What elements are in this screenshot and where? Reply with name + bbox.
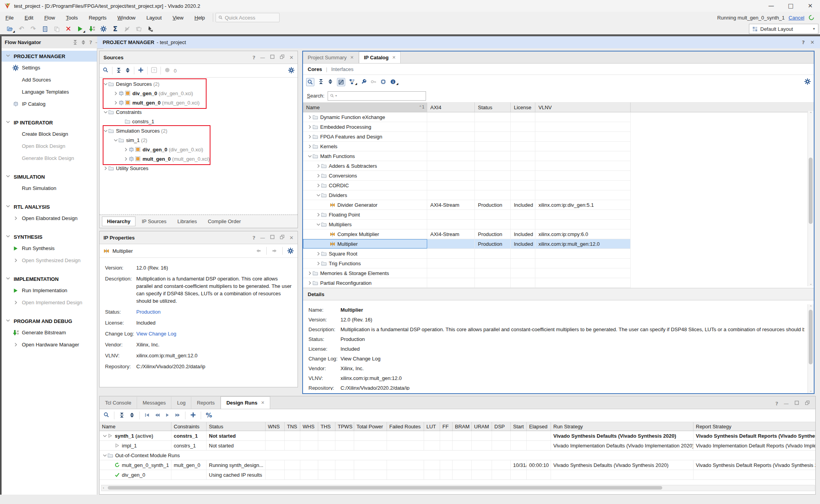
sidebar-item-create-block-design[interactable]: Create Block Design — [2, 128, 97, 140]
chevron-right-icon[interactable] — [316, 261, 321, 266]
max-panel-button[interactable] — [270, 234, 275, 241]
help-icon[interactable]: ? — [802, 40, 805, 45]
sidebar-item-run-implementation[interactable]: Run Implementation — [2, 284, 97, 296]
column-header-dsp[interactable]: DSP — [492, 422, 511, 431]
question-box-button[interactable]: ? — [151, 67, 157, 74]
menu-flow[interactable]: Flow — [39, 15, 60, 21]
column-header-wns[interactable]: WNS — [266, 422, 285, 431]
scroll-up-icon[interactable]: ⌃ — [808, 304, 814, 310]
chevron-right-icon[interactable] — [307, 115, 312, 120]
chevron-down-icon[interactable] — [316, 193, 321, 198]
sidebar-item-run-synthesis[interactable]: Run Synthesis — [2, 242, 97, 254]
flow-section-header[interactable]: IMPLEMENTATION — [2, 273, 97, 284]
chevron-right-icon[interactable] — [307, 271, 312, 276]
column-header-whs[interactable]: WHS — [300, 422, 318, 431]
close-banner-icon[interactable]: ✕ — [810, 40, 815, 45]
search-button[interactable] — [103, 67, 109, 74]
search-button[interactable] — [306, 78, 314, 86]
bitstream-button[interactable]: 0110 — [86, 24, 98, 34]
chevron-down-icon[interactable] — [113, 138, 118, 143]
run-play-button[interactable]: ◢ — [74, 24, 86, 34]
first-button[interactable] — [144, 412, 150, 419]
run-row-div-gen-0[interactable]: div_gen_0Using cached IP results — [100, 470, 815, 480]
horizontal-scrollbar[interactable]: ‹ — [101, 485, 815, 491]
menu-layout[interactable]: Layout — [141, 15, 167, 21]
tree-item-mult-gen-0[interactable]: mult_gen_0 (mult_gen_0.xci) — [100, 98, 298, 107]
forward-icon[interactable] — [271, 248, 278, 254]
layout-selector[interactable]: Default Layout ▾ — [749, 24, 818, 34]
tab-reports[interactable]: Reports — [191, 397, 221, 409]
chevron-down-icon[interactable] — [103, 128, 108, 133]
catalog-row-fpga-features-and-design[interactable]: FPGA Features and Design — [303, 132, 631, 142]
run-disabled-button[interactable] — [121, 24, 133, 34]
tree-item-design-sources[interactable]: Design Sources (2) — [100, 79, 298, 89]
minimize-button[interactable]: — — [761, 0, 781, 12]
layers-button[interactable] — [133, 24, 144, 34]
menu-tools[interactable]: Tools — [61, 15, 83, 21]
expand-button[interactable] — [328, 79, 333, 85]
maximize-button[interactable]: □ — [781, 0, 800, 12]
sidebar-item-language-templates[interactable]: Language Templates — [2, 86, 97, 98]
sidebar-item-ip-catalog[interactable]: IP Catalog — [2, 98, 97, 110]
details-header[interactable]: Details — [303, 288, 814, 300]
min-panel-button[interactable]: — — [784, 401, 789, 406]
chevron-right-icon[interactable] — [307, 124, 312, 130]
help-panel-button[interactable]: ? — [253, 235, 256, 241]
column-header-bram[interactable]: BRAM — [453, 422, 472, 431]
flow-section-header[interactable]: PROGRAM AND DEBUG — [2, 316, 97, 327]
sidebar-item-open-hardware-manager[interactable]: Open Hardware Manager — [2, 339, 97, 351]
collapse-all-icon[interactable] — [73, 40, 78, 45]
tree-item-constrs-1[interactable]: constrs_1 — [100, 117, 298, 126]
expand-button[interactable] — [129, 412, 135, 419]
scrollbar-thumb[interactable] — [809, 310, 813, 364]
sidebar-item-settings[interactable]: Settings — [2, 62, 97, 74]
property-value[interactable]: Production — [136, 307, 292, 318]
catalog-row-floating-point[interactable]: Floating Point — [303, 210, 631, 220]
menu-help[interactable]: Help — [189, 15, 210, 21]
details-value[interactable]: Production — [340, 334, 365, 344]
sidebar-item-open-elaborated-design[interactable]: Open Elaborated Design — [2, 212, 97, 224]
column-header-run-strategy[interactable]: Run Strategy — [551, 422, 693, 431]
catalog-row-kernels[interactable]: Kernels — [303, 142, 631, 151]
chevron-down-icon[interactable] — [102, 453, 107, 458]
catalog-row-memories-storage-elements[interactable]: Memories & Storage Elements — [303, 268, 631, 278]
column-header-elapsed[interactable]: Elapsed — [527, 422, 551, 431]
chevron-right-icon[interactable] — [316, 251, 321, 256]
scrollbar-thumb[interactable] — [809, 158, 813, 224]
help-icon[interactable]: ? — [89, 40, 92, 45]
redo-button[interactable]: ↷ — [27, 24, 39, 34]
chevron-down-icon[interactable] — [316, 222, 321, 227]
plus-button[interactable] — [138, 67, 144, 74]
hierarchy-button[interactable]: ◢ — [349, 79, 357, 86]
max-panel-button[interactable] — [270, 54, 275, 60]
tree-item-sim-1[interactable]: sim_1 (2) — [100, 135, 298, 145]
sidebar-item-add-sources[interactable]: Add Sources — [2, 74, 97, 86]
close-panel-button[interactable]: ✕ — [289, 235, 294, 241]
chevron-right-icon[interactable] — [307, 134, 312, 139]
gray-dot-button[interactable] — [164, 67, 170, 74]
min-panel-button[interactable]: — — [260, 55, 265, 60]
catalog-row-divider-generator[interactable]: Divider GeneratorAXI4-StreamProductionIn… — [303, 200, 631, 210]
column-header-tns[interactable]: TNS — [285, 422, 300, 431]
column-header-status[interactable]: Status — [475, 103, 511, 112]
chevron-right-icon[interactable] — [113, 91, 118, 96]
search-button[interactable] — [103, 412, 109, 419]
property-value[interactable]: View Change Log — [136, 328, 292, 339]
tab-design-runs[interactable]: Design Runs✕ — [221, 396, 271, 409]
menu-reports[interactable]: Reports — [83, 15, 112, 21]
close-tab-icon[interactable]: ✕ — [392, 55, 396, 60]
catalog-row-math-functions[interactable]: Math Functions — [303, 151, 631, 161]
collapse-button[interactable] — [318, 79, 324, 85]
float-panel-button[interactable] — [280, 54, 285, 60]
sidebar-item-generate-bitstream[interactable]: 0110Generate Bitstream — [2, 327, 97, 339]
close-tab-icon[interactable]: ✕ — [350, 55, 354, 60]
close-tab-icon[interactable]: ✕ — [261, 401, 264, 405]
catalog-search-input[interactable]: ▾ — [328, 91, 426, 101]
delete-x-button[interactable]: ✕ — [62, 24, 74, 34]
flow-section-header[interactable]: PROJECT MANAGER — [2, 51, 97, 62]
chevron-down-icon[interactable] — [307, 154, 312, 159]
tree-item-div-gen-0[interactable]: div_gen_0 (div_gen_0.xci) — [100, 145, 298, 154]
back-icon[interactable] — [255, 248, 262, 254]
settings-button[interactable] — [288, 67, 294, 75]
menu-edit[interactable]: Edit — [19, 15, 39, 21]
